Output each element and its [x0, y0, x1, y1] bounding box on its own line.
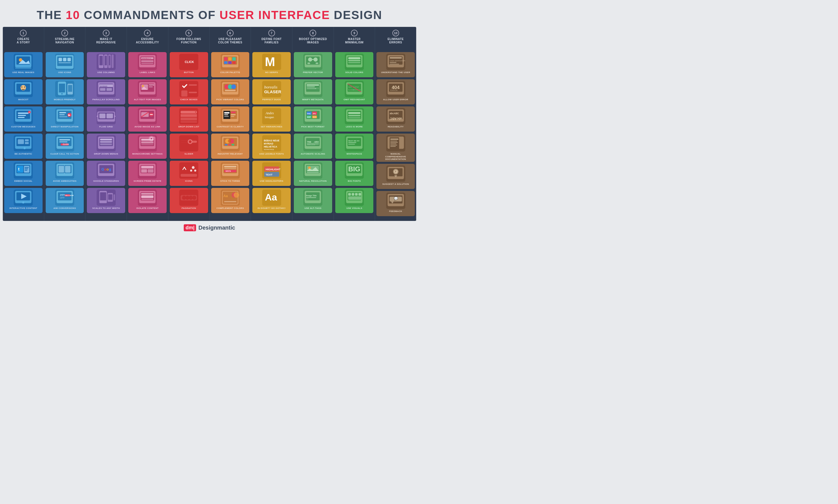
card-5-2: DROP-DOWN LIST [170, 106, 208, 131]
svg-text:PNG: PNG [307, 113, 311, 114]
svg-text:o: o [106, 167, 109, 172]
card-label-7-0: NO SERIFS [265, 71, 278, 74]
svg-rect-301 [352, 193, 354, 196]
svg-rect-81 [100, 88, 105, 91]
card-label-4-4: SCREEN PRIME ESTATE [133, 180, 161, 183]
card-icon-8-1: ADS [303, 81, 322, 97]
svg-rect-192 [231, 116, 234, 117]
svg-text:alt text: alt text [149, 85, 154, 86]
card-9-2: LESS IS MORE [335, 106, 374, 131]
svg-rect-300 [348, 193, 351, 196]
card-label-3-0: USE COLUMNS [97, 71, 115, 74]
svg-text:GLASER: GLASER [264, 90, 281, 94]
card-label-10-1: ALLOW USER ERROR [383, 98, 408, 101]
card-7-2: Andes bougan SET HIERARCHIES [252, 106, 291, 131]
card-label-5-3: SLIDER [184, 152, 193, 156]
card-icon-8-4 [303, 162, 322, 179]
svg-rect-28 [25, 167, 29, 168]
card-label-6-3: INDUSTRY RELEVANT [218, 152, 243, 156]
svg-rect-177 [232, 61, 235, 64]
card-label-8-5: USE ALT-TAGS [304, 207, 322, 210]
col-number-6: 6 [227, 30, 234, 36]
svg-rect-159 [181, 165, 188, 173]
card-6-0: COLOR PALETTE [211, 52, 250, 77]
card-icon-4-2 [138, 108, 157, 124]
card-label-4-2: AVOID IMAGE AS LINK [135, 125, 160, 128]
card-label-1-3: BE AUTHENTIC [15, 152, 32, 156]
svg-point-22 [24, 147, 26, 149]
card-label-9-3: WHITESPACE [346, 152, 362, 156]
card-icon-6-5: Aa [221, 190, 240, 206]
svg-text:ADVANTAGE: ADVANTAGE [264, 149, 274, 150]
card-icon-6-4: WRITE [221, 162, 240, 179]
card-10-2: abcABC abcABC READABILITY [376, 106, 415, 131]
svg-text:25%: 25% [60, 193, 66, 196]
column-5: 5FORM FOLLOWS FUNCTION CLICK BUTTON CHEC… [168, 27, 210, 221]
svg-rect-173 [228, 57, 232, 60]
card-label-8-3: AUTOMATE SCALING [301, 152, 325, 156]
card-label-7-3: USE LEGIBLE FONTS [260, 152, 284, 156]
svg-rect-294 [348, 144, 355, 145]
svg-rect-21 [25, 142, 29, 144]
svg-rect-277 [348, 62, 360, 63]
svg-text:BMP: BMP [307, 116, 311, 118]
svg-text:💬: 💬 [393, 196, 398, 201]
svg-text:✓: ✓ [29, 111, 31, 114]
svg-rect-310 [390, 64, 399, 65]
svg-text:2880x1800: 2880x1800 [307, 144, 315, 146]
svg-rect-49 [59, 114, 65, 115]
card-label-5-0: BUTTON [184, 71, 194, 74]
col-title-4: ENSURE ACCESSIBILITY [136, 37, 159, 44]
card-icon-1-1 [14, 81, 33, 97]
card-2-4: AVOID AMBIGUITIES [46, 161, 84, 186]
col-header-4: 4ENSURE ACCESSIBILITY [136, 30, 159, 49]
svg-rect-85 [99, 113, 105, 118]
card-1-2: ✓ CUSTOM MESSAGES [4, 106, 42, 131]
card-icon-8-0 [303, 54, 322, 70]
svg-rect-189 [224, 116, 229, 117]
svg-rect-141 [141, 193, 154, 195]
svg-text:CLICK: CLICK [185, 60, 194, 64]
card-8-0: PREFER VECTOR [294, 52, 332, 77]
card-icon-3-1: BANNER [96, 81, 116, 97]
svg-rect-29 [25, 168, 28, 169]
card-label-1-4: EMBED SOCIAL [14, 180, 33, 183]
card-icon-4-3 [138, 135, 157, 151]
svg-rect-321 [390, 139, 398, 140]
svg-text:Aa: Aa [265, 192, 277, 202]
card-10-4: ? SUGGEST A SOLUTION [376, 164, 415, 189]
card-label-10-4: SUGGEST A SOLUTION [382, 183, 409, 186]
card-9-0: SOLID COLORS [335, 52, 374, 77]
card-icon-5-1 [179, 81, 198, 97]
svg-rect-61 [58, 166, 64, 173]
svg-text:Image Title: Image Title [306, 194, 317, 197]
svg-point-133 [151, 138, 153, 140]
card-1-4: t EMBED SOCIAL [4, 161, 42, 186]
svg-text:?: ? [395, 170, 396, 173]
svg-text:t: t [18, 167, 20, 172]
svg-rect-76 [111, 54, 113, 68]
card-icon-9-0 [345, 54, 364, 70]
col-header-10: 10ELIMINATE ERRORS [388, 30, 404, 49]
svg-rect-38 [63, 58, 66, 61]
svg-rect-55 [59, 139, 70, 140]
card-7-0: M NO SERIFS [252, 52, 291, 77]
col-number-4: 4 [144, 30, 151, 36]
svg-rect-175 [224, 61, 228, 64]
svg-rect-137 [141, 169, 147, 173]
card-label-2-5: AIM CONVERSIONS [53, 207, 76, 210]
footer: dm| Designmantic [3, 221, 416, 235]
svg-rect-198 [225, 144, 228, 145]
card-icon-8-3: 786 x 480 2880x1800 [303, 135, 322, 151]
card-icon-4-0: shortb.it >> [138, 54, 157, 70]
card-icon-6-3 [221, 135, 240, 151]
title-middle: COMMANDMENTS OF [84, 8, 216, 21]
svg-point-163 [194, 169, 196, 172]
svg-rect-191 [231, 114, 235, 115]
svg-text:BEBAS NEUE: BEBAS NEUE [264, 139, 280, 142]
card-icon-9-2 [345, 108, 364, 124]
card-icon-4-1: alt text [138, 81, 157, 97]
card-10-1: 404 ERROR ALLOW USER ERROR [376, 79, 415, 105]
card-4-2: AVOID IMAGE AS LINK [128, 106, 167, 131]
svg-rect-309 [390, 62, 396, 63]
